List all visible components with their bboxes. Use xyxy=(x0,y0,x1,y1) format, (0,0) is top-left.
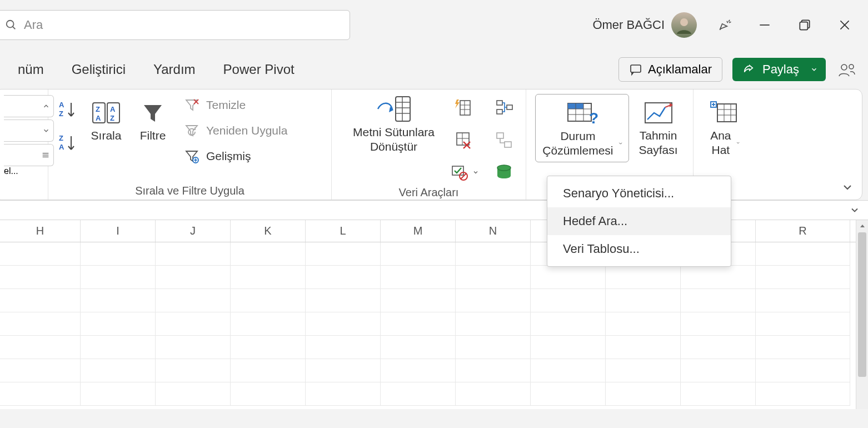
what-if-label: Durum Çözümlemesi xyxy=(541,129,615,158)
outline-button[interactable]: Ana Hat xyxy=(702,94,746,161)
svg-marker-69 xyxy=(860,225,865,227)
queries-dropdown-2[interactable] xyxy=(4,120,54,142)
menu-scenario-manager[interactable]: Senaryo Yöneticisi... xyxy=(547,180,731,207)
column-header[interactable]: H xyxy=(0,220,81,242)
relationships-icon xyxy=(495,131,513,150)
search-box[interactable]: Ara xyxy=(0,10,350,40)
ribbon-tabs: nüm Geliştirici Yardım Power Pivot Açıkl… xyxy=(0,50,868,89)
queries-group-label: el... xyxy=(4,166,39,176)
close-button[interactable] xyxy=(832,13,857,37)
svg-text:?: ? xyxy=(589,110,598,127)
column-header[interactable]: R xyxy=(756,220,850,242)
clear-filter-button[interactable]: Temizle xyxy=(178,94,292,116)
data-model-button[interactable] xyxy=(491,160,517,185)
menu-data-table[interactable]: Veri Tablosu... xyxy=(547,235,731,263)
tab-powerpivot[interactable]: Power Pivot xyxy=(216,56,302,83)
spreadsheet-grid[interactable]: H I J K L M N R xyxy=(0,220,868,409)
collaborate-button[interactable] xyxy=(836,58,858,81)
svg-point-2 xyxy=(680,18,688,26)
svg-point-9 xyxy=(841,64,847,70)
what-if-menu: Senaryo Yöneticisi... Hedef Ara... Veri … xyxy=(547,176,731,267)
sort-desc-button[interactable]: Z A xyxy=(57,132,77,155)
flash-fill-button[interactable] xyxy=(450,95,476,121)
filter-button[interactable]: Filtre xyxy=(134,94,172,146)
svg-rect-52 xyxy=(568,103,576,109)
sort-button[interactable]: ZAAZ Sırala xyxy=(84,94,128,146)
data-validation-button[interactable] xyxy=(450,160,486,185)
coming-soon-icon[interactable] xyxy=(712,13,737,37)
people-icon xyxy=(838,61,856,78)
column-header[interactable]: L xyxy=(306,220,381,242)
chevron-down-icon xyxy=(736,139,740,147)
advanced-filter-button[interactable]: Gelişmiş xyxy=(178,145,292,167)
queries-dropdown-3[interactable] xyxy=(4,144,54,166)
user-avatar xyxy=(671,12,697,38)
chevron-down-icon xyxy=(841,181,854,194)
reapply-icon xyxy=(183,122,201,140)
vertical-scrollbar[interactable] xyxy=(856,220,868,409)
restore-button[interactable] xyxy=(792,13,817,37)
tab-developer[interactable]: Geliştirici xyxy=(64,56,133,83)
clear-icon xyxy=(183,96,201,114)
scrollbar-thumb[interactable] xyxy=(858,232,866,377)
sort-label: Sırala xyxy=(91,128,122,143)
consolidate-button[interactable] xyxy=(491,95,517,121)
reapply-filter-button[interactable]: Yeniden Uygula xyxy=(178,120,292,142)
text-to-columns-button[interactable]: Metni Sütunlara Dönüştür xyxy=(341,94,447,158)
consolidate-icon xyxy=(495,98,513,117)
chevron-down-icon xyxy=(42,127,50,135)
minimize-button[interactable] xyxy=(752,13,777,37)
text-to-columns-icon xyxy=(375,94,413,125)
remove-duplicates-icon xyxy=(453,131,472,150)
svg-text:Z: Z xyxy=(110,114,114,122)
filter-icon xyxy=(139,97,166,128)
user-name: Ömer BAĞCI xyxy=(592,18,665,32)
svg-rect-61 xyxy=(717,104,736,122)
column-header[interactable]: I xyxy=(81,220,156,242)
svg-point-0 xyxy=(7,21,14,28)
column-header[interactable]: K xyxy=(231,220,306,242)
forecast-sheet-icon xyxy=(642,97,675,128)
tab-help[interactable]: Yardım xyxy=(146,56,203,83)
svg-rect-8 xyxy=(631,65,641,72)
remove-duplicates-button[interactable] xyxy=(450,127,476,153)
filter-label: Filtre xyxy=(140,128,166,143)
column-header[interactable]: J xyxy=(156,220,231,242)
relationships-button[interactable] xyxy=(491,127,517,153)
ribbon: el... A Z Z A xyxy=(0,89,862,200)
svg-rect-48 xyxy=(505,142,511,147)
outline-label: Ana Hat xyxy=(708,128,734,158)
collapse-ribbon-button[interactable] xyxy=(841,181,854,194)
svg-rect-36 xyxy=(457,133,469,145)
sort-asc-button[interactable]: A Z xyxy=(57,98,77,122)
sort-icon: ZAAZ xyxy=(89,97,123,128)
account-button[interactable]: Ömer BAĞCI xyxy=(592,12,697,38)
formula-bar[interactable] xyxy=(0,200,868,220)
chevron-down-icon xyxy=(618,140,623,147)
forecast-sheet-label: Tahmin Sayfası xyxy=(638,128,679,158)
clear-label: Temizle xyxy=(206,98,246,112)
forecast-sheet-button[interactable]: Tahmin Sayfası xyxy=(632,94,684,161)
data-validation-icon xyxy=(450,163,469,182)
svg-line-1 xyxy=(13,27,16,29)
svg-text:A: A xyxy=(96,114,101,122)
outline-icon xyxy=(710,97,739,128)
svg-rect-32 xyxy=(460,101,470,115)
sort-asc-icon: A Z xyxy=(58,99,77,121)
comment-icon xyxy=(629,63,642,76)
what-if-icon: ? xyxy=(565,98,600,129)
comments-button[interactable]: Açıklamalar xyxy=(618,57,722,82)
chevron-down-icon xyxy=(810,66,818,73)
menu-goal-seek[interactable]: Hedef Ara... xyxy=(547,207,731,235)
svg-rect-47 xyxy=(497,133,503,138)
what-if-analysis-button[interactable]: ? Durum Çözümlemesi xyxy=(535,94,629,162)
tab-view[interactable]: nüm xyxy=(10,56,52,83)
column-header[interactable]: M xyxy=(381,220,456,242)
scroll-up-button[interactable] xyxy=(856,220,868,232)
menu-icon xyxy=(41,151,50,160)
queries-dropdown-1[interactable] xyxy=(4,95,54,117)
share-button[interactable]: Paylaş xyxy=(732,58,826,81)
column-header[interactable]: N xyxy=(456,220,531,242)
reapply-label: Yeniden Uygula xyxy=(206,124,287,137)
expand-formula-bar-button[interactable] xyxy=(849,205,860,216)
